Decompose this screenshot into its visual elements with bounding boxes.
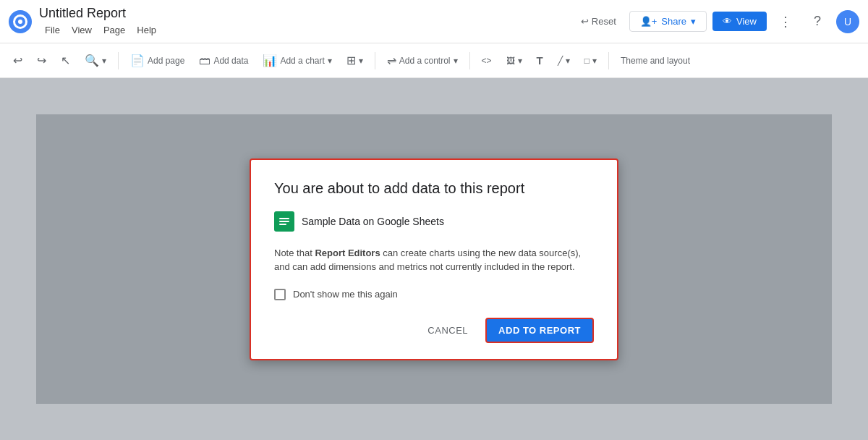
redo-button[interactable]: ↪ [31,51,52,70]
data-source-row: Sample Data on Google Sheets [274,211,594,232]
dont-show-checkbox[interactable] [274,289,286,300]
sheets-line-2 [279,221,289,222]
help-icon: ? [814,14,821,29]
reset-label: Reset [592,16,616,27]
components-dropdown-icon: ▾ [359,56,363,66]
toolbar-separator-4 [608,52,609,69]
data-source-name: Sample Data on Google Sheets [302,216,444,227]
avatar[interactable]: U [836,10,859,33]
shape-button[interactable]: □ ▾ [579,53,603,69]
add-page-button[interactable]: 📄 Add page [124,51,190,70]
select-button[interactable]: ↖ [55,51,76,70]
more-options-button[interactable]: ⋮ [773,9,799,35]
reset-button[interactable]: ↩ Reset [574,12,624,31]
menu-bar: File View Page Help [39,23,162,37]
control-dropdown-icon: ▾ [454,56,458,66]
dialog-title: You are about to add data to this report [274,180,594,197]
cancel-button[interactable]: CANCEL [416,319,480,342]
dialog-overlay: You are about to add data to this report… [36,114,832,404]
main-area: You are about to add data to this report… [0,78,868,440]
share-icon: 👤+ [640,16,658,27]
theme-label: Theme and layout [621,56,690,66]
checkbox-row: Don't show me this again [274,289,594,300]
chart-dropdown-icon: ▾ [328,56,332,66]
line-button[interactable]: ╱ ▾ [552,53,576,69]
add-control-label: Add a control [399,56,451,66]
add-chart-icon: 📊 [263,54,277,67]
line-icon: ╱ [558,56,563,66]
zoom-dropdown-icon: ▾ [102,56,106,66]
note-text: Note that Report Editors can create char… [274,246,594,274]
zoom-icon: 🔍 [85,54,99,67]
undo-button[interactable]: ↩ [7,51,28,70]
sheets-icon-lines [276,215,292,228]
view-label: View [736,16,757,27]
add-control-icon: ⇌ [387,54,396,67]
toolbar: ↩ ↪ ↖ 🔍 ▾ 📄 Add page 🗃 Add data 📊 Add a … [0,43,868,78]
add-control-button[interactable]: ⇌ Add a control ▾ [381,51,464,70]
components-icon: ⊞ [346,54,356,67]
share-button[interactable]: 👤+ Share ▾ [629,11,707,32]
canvas-area: You are about to add data to this report… [36,114,832,404]
add-chart-label: Add a chart [280,56,324,66]
menu-page[interactable]: Page [98,23,131,37]
code-icon: <> [482,56,492,66]
more-icon: ⋮ [779,14,792,30]
add-data-icon: 🗃 [199,54,210,67]
note-prefix: Note that [274,248,315,258]
sheets-line-1 [279,218,289,219]
select-icon: ↖ [61,54,70,67]
menu-file[interactable]: File [39,23,66,37]
help-button[interactable]: ? [804,9,830,35]
theme-layout-button[interactable]: Theme and layout [615,53,696,69]
shape-dropdown-icon: ▾ [592,56,597,66]
components-button[interactable]: ⊞ ▾ [341,51,369,70]
dont-show-label[interactable]: Don't show me this again [293,289,398,300]
sheets-icon [274,211,294,232]
redo-icon: ↪ [37,54,46,67]
dialog-actions: CANCEL ADD TO REPORT [274,318,594,343]
toolbar-separator-3 [469,52,470,69]
text-icon: T [537,54,543,67]
view-icon: 👁 [723,16,732,27]
toolbar-separator-1 [118,52,119,69]
sheets-line-3 [279,224,286,225]
add-to-report-button[interactable]: ADD TO REPORT [485,318,594,343]
toolbar-separator-2 [375,52,375,69]
code-button[interactable]: <> [476,53,498,69]
share-label: Share [661,16,686,27]
view-button[interactable]: 👁 View [712,12,767,31]
add-data-dialog: You are about to add data to this report… [250,158,618,360]
shape-icon: □ [584,56,590,66]
title-area: Untitled Report File View Page Help [39,6,162,37]
image-button[interactable]: 🖼 ▾ [501,53,528,69]
add-page-icon: 📄 [130,54,145,67]
menu-view[interactable]: View [66,23,98,37]
add-data-label: Add data [213,56,248,66]
add-chart-button[interactable]: 📊 Add a chart ▾ [257,51,337,70]
undo-icon: ↩ [13,54,22,67]
app-logo [9,10,32,33]
image-icon: 🖼 [506,56,515,66]
menu-help[interactable]: Help [131,23,162,37]
add-page-label: Add page [148,56,184,66]
line-dropdown-icon: ▾ [566,56,570,66]
share-dropdown-icon: ▾ [691,16,696,27]
app-logo-icon [13,14,27,29]
add-data-button[interactable]: 🗃 Add data [193,51,254,70]
zoom-button[interactable]: 🔍 ▾ [79,51,112,70]
topbar: Untitled Report File View Page Help ↩ Re… [0,0,868,43]
reset-icon: ↩ [581,16,589,27]
text-button[interactable]: T [531,51,549,69]
avatar-label: U [844,16,851,28]
image-dropdown-icon: ▾ [518,56,522,66]
app-title: Untitled Report [39,6,162,22]
note-bold: Report Editors [315,248,380,258]
topbar-right: ↩ Reset 👤+ Share ▾ 👁 View ⋮ ? U [574,9,859,35]
